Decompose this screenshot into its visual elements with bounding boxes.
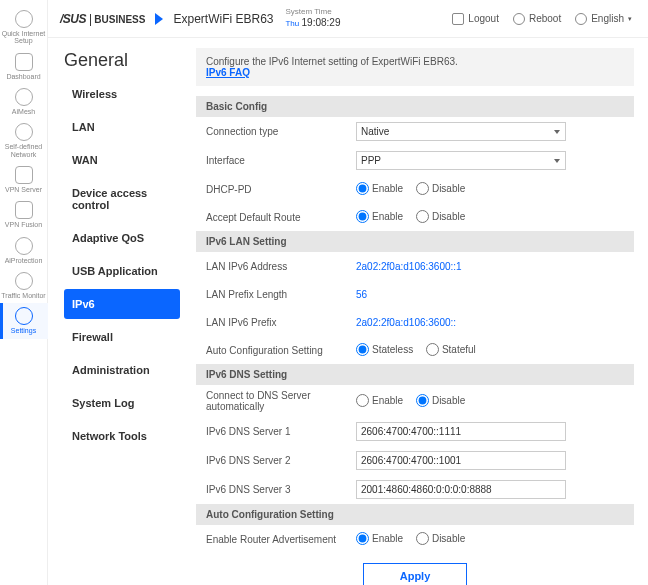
sidebar-item-system-log[interactable]: System Log (64, 388, 180, 418)
section-auto-cfg: Auto Configuration Setting (196, 504, 634, 525)
lan-prefix-length-value: 56 (356, 289, 367, 300)
language-button[interactable]: English ▾ (571, 13, 636, 25)
topbar: /SUS | BUSINESS ExpertWiFi EBR63 System … (48, 0, 648, 38)
globe-icon (15, 10, 33, 28)
dns1-input[interactable] (356, 422, 566, 441)
icon-rail: Quick Internet Setup Dashboard AiMesh Se… (0, 0, 48, 585)
sidebar-item-wireless[interactable]: Wireless (64, 79, 180, 109)
label-lan-ipv6-address: LAN IPv6 Address (206, 261, 356, 272)
label-dns1: IPv6 DNS Server 1 (206, 426, 356, 437)
label-dhcp-pd: DHCP-PD (206, 184, 356, 195)
label-dns3: IPv6 DNS Server 3 (206, 484, 356, 495)
sidebar-item-usb-application[interactable]: USB Application (64, 256, 180, 286)
dhcp-pd-disable[interactable]: Disable (416, 182, 465, 195)
apply-button[interactable]: Apply (363, 563, 468, 585)
rail-self-defined-network[interactable]: Self-defined Network (0, 119, 48, 162)
logout-icon (452, 13, 464, 25)
label-lan-prefix-length: LAN Prefix Length (206, 289, 356, 300)
rail-aiprotection[interactable]: AiProtection (0, 233, 48, 268)
ra-disable[interactable]: Disable (416, 532, 465, 545)
lan-auto-stateful[interactable]: Stateful (426, 343, 476, 356)
dashboard-icon (15, 53, 33, 71)
label-accept-default-route: Accept Default Route (206, 212, 356, 223)
rail-dashboard[interactable]: Dashboard (0, 49, 48, 84)
sidebar-item-lan[interactable]: LAN (64, 112, 180, 142)
system-time: System Time Thu 19:08:29 (285, 8, 340, 29)
adr-disable[interactable]: Disable (416, 210, 465, 223)
sidebar-item-network-tools[interactable]: Network Tools (64, 421, 180, 451)
chevron-down-icon: ▾ (628, 15, 632, 23)
logout-button[interactable]: Logout (448, 13, 503, 25)
shield-icon (15, 237, 33, 255)
label-lan-auto-cfg: Auto Configuration Setting (206, 345, 356, 356)
label-dns-auto: Connect to DNS Server automatically (206, 390, 356, 412)
notice-text: Configure the IPv6 Internet setting of E… (206, 56, 458, 67)
reboot-icon (513, 13, 525, 25)
aimesh-icon (15, 88, 33, 106)
connection-type-select[interactable]: Native (356, 122, 566, 141)
dns3-input[interactable] (356, 480, 566, 499)
label-router-adv: Enable Router Advertisement (206, 534, 356, 545)
vpn-fusion-icon (15, 201, 33, 219)
sidebar-item-firewall[interactable]: Firewall (64, 322, 180, 352)
lan-ipv6-prefix-value: 2a02:2f0a:d106:3600:: (356, 317, 456, 328)
sidebar-item-ipv6[interactable]: IPv6 (64, 289, 180, 319)
sidebar-item-wan[interactable]: WAN (64, 145, 180, 175)
label-connection-type: Connection type (206, 126, 356, 137)
rail-settings[interactable]: Settings (0, 303, 48, 338)
label-lan-ipv6-prefix: LAN IPv6 Prefix (206, 317, 356, 328)
dns2-input[interactable] (356, 451, 566, 470)
label-dns2: IPv6 DNS Server 2 (206, 455, 356, 466)
lan-auto-stateless[interactable]: Stateless (356, 343, 413, 356)
dns-auto-enable[interactable]: Enable (356, 394, 403, 407)
brand-logo: /SUS | BUSINESS (60, 12, 145, 26)
notice-box: Configure the IPv6 Internet setting of E… (196, 48, 634, 86)
dhcp-pd-enable[interactable]: Enable (356, 182, 403, 195)
sidebar-title: General (64, 50, 180, 71)
rail-vpn-fusion[interactable]: VPN Fusion (0, 197, 48, 232)
rail-traffic-monitor[interactable]: Traffic Monitor (0, 268, 48, 303)
sidebar-item-device-access-control[interactable]: Device access control (64, 178, 180, 220)
label-interface: Interface (206, 155, 356, 166)
rail-vpn-server[interactable]: VPN Server (0, 162, 48, 197)
ipv6-faq-link[interactable]: IPv6 FAQ (206, 67, 250, 78)
chevron-right-icon (155, 13, 163, 25)
sidebar-item-adaptive-qos[interactable]: Adaptive QoS (64, 223, 180, 253)
interface-select[interactable]: PPP (356, 151, 566, 170)
vpn-server-icon (15, 166, 33, 184)
lan-ipv6-address-value: 2a02:2f0a:d106:3600::1 (356, 261, 462, 272)
sidebar-item-administration[interactable]: Administration (64, 355, 180, 385)
reboot-button[interactable]: Reboot (509, 13, 565, 25)
ra-enable[interactable]: Enable (356, 532, 403, 545)
model-name: ExpertWiFi EBR63 (173, 12, 273, 26)
section-ipv6-lan: IPv6 LAN Setting (196, 231, 634, 252)
gear-icon (15, 307, 33, 325)
traffic-icon (15, 272, 33, 290)
section-ipv6-dns: IPv6 DNS Setting (196, 364, 634, 385)
globe-icon (575, 13, 587, 25)
rail-quick-internet-setup[interactable]: Quick Internet Setup (0, 6, 48, 49)
adr-enable[interactable]: Enable (356, 210, 403, 223)
section-basic-config: Basic Config (196, 96, 634, 117)
sidebar: General Wireless LAN WAN Device access c… (48, 38, 188, 585)
rail-aimesh[interactable]: AiMesh (0, 84, 48, 119)
content: Configure the IPv6 Internet setting of E… (188, 38, 648, 585)
dns-auto-disable[interactable]: Disable (416, 394, 465, 407)
network-icon (15, 123, 33, 141)
